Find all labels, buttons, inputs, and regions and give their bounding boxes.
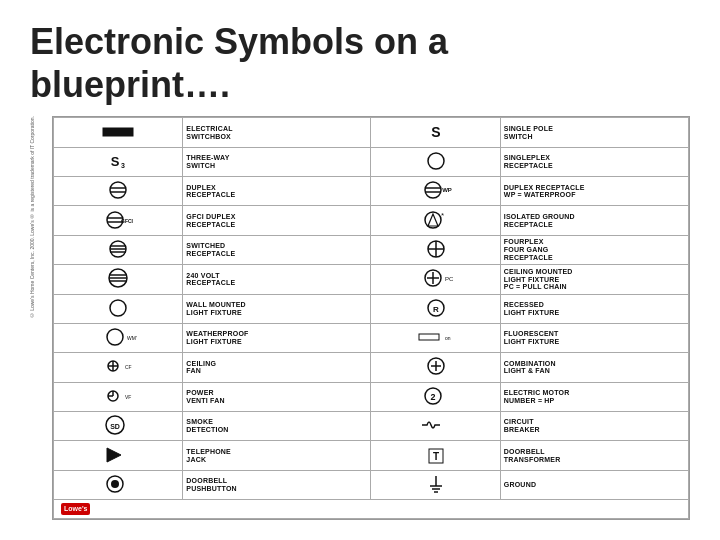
svg-text:R: R [433,305,439,314]
svg-text:on: on [445,335,451,341]
table-row: SWITCHED RECEPTACLEFOURPLEX FOUR GANG RE… [54,235,689,264]
symbols-table: ELECTRICAL SWITCHBOXSSINGLE POLE SWITCHS… [53,117,689,519]
table-row: DOORBELL PUSHBUTTONGROUND [54,470,689,499]
svg-text:CF: CF [125,364,132,370]
right-symbol-7: on [371,323,500,352]
table-row: WM'WEATHERPROOF LIGHT FIXTUREonFLUORESCE… [54,323,689,352]
table-row: DUPLEX RECEPTACLEWPDUPLEX RECEPTACLE WP … [54,177,689,206]
svg-marker-18 [428,214,438,226]
right-label-1: SINGLEPLEX RECEPTACLE [500,147,688,176]
left-symbol-6 [54,294,183,323]
right-label-9: ELECTRIC MOTOR NUMBER = HP [500,382,688,411]
left-symbol-5 [54,265,183,294]
title-text: Electronic Symbols on a blueprint…. [30,20,690,106]
lowes-logo-cell: Lowe's [54,500,689,519]
right-symbol-11: T [371,441,500,470]
left-symbol-0 [54,118,183,147]
right-symbol-8 [371,353,500,382]
right-label-7: FLUORESCENT LIGHT FIXTURE [500,323,688,352]
left-label-2: DUPLEX RECEPTACLE [183,177,371,206]
svg-text:VF: VF [125,394,131,400]
table-row: SDSMOKE DETECTIONCIRCUIT BREAKER [54,411,689,440]
left-label-5: 240 VOLT RECEPTACLE [183,265,371,294]
right-label-0: SINGLE POLE SWITCH [500,118,688,147]
svg-rect-39 [419,334,439,340]
right-symbol-10 [371,411,500,440]
right-symbol-9: 2 [371,382,500,411]
left-label-11: TELEPHONE JACK [183,441,371,470]
svg-text:WM': WM' [127,335,137,341]
left-label-3: GFCI DUPLEX RECEPTACLE [183,206,371,235]
right-symbol-1 [371,147,500,176]
left-symbol-12 [54,470,183,499]
right-symbol-3: * [371,206,500,235]
right-symbol-12 [371,470,500,499]
copyright-text: © Lowe's Home Centers, Inc. 2000. Lowe's… [30,116,35,318]
left-symbol-7: WM' [54,323,183,352]
right-label-10: CIRCUIT BREAKER [500,411,688,440]
right-label-8: COMBINATION LIGHT & FAN [500,353,688,382]
svg-text:*: * [441,211,444,220]
right-label-5: CEILING MOUNTED LIGHT FIXTURE PC = PULL … [500,265,688,294]
svg-marker-58 [107,448,121,462]
svg-point-8 [425,182,441,198]
table-row: S3THREE-WAY SWITCHSINGLEPLEX RECEPTACLE [54,147,689,176]
lowes-logo: Lowe's [61,503,90,515]
symbols-table-wrapper: ELECTRICAL SWITCHBOXSSINGLE POLE SWITCHS… [52,116,690,520]
svg-point-62 [111,480,119,488]
logo-row: Lowe's [54,500,689,519]
right-label-12: GROUND [500,470,688,499]
right-symbol-2: WP [371,177,500,206]
table-row: ELECTRICAL SWITCHBOXSSINGLE POLE SWITCH [54,118,689,147]
svg-text:T: T [433,451,439,462]
svg-text:GFCI: GFCI [121,218,134,224]
right-label-4: FOURPLEX FOUR GANG RECEPTACLE [500,235,688,264]
left-symbol-8: CF [54,353,183,382]
left-label-0: ELECTRICAL SWITCHBOX [183,118,371,147]
svg-text:S: S [431,124,440,140]
left-label-4: SWITCHED RECEPTACLE [183,235,371,264]
left-symbol-11 [54,441,183,470]
title-line2: blueprint…. [30,64,230,105]
left-symbol-1: S3 [54,147,183,176]
left-symbol-4 [54,235,183,264]
left-label-10: SMOKE DETECTION [183,411,371,440]
svg-text:S: S [111,154,120,169]
right-label-6: RECESSED LIGHT FIXTURE [500,294,688,323]
svg-text:PC: PC [445,276,454,282]
title-area: Electronic Symbols on a blueprint…. [30,20,690,106]
table-row: GFCIGFCI DUPLEX RECEPTACLE*ISOLATED GROU… [54,206,689,235]
table-row: CFCEILING FANCOMBINATION LIGHT & FAN [54,353,689,382]
svg-rect-0 [103,128,133,136]
svg-point-4 [428,153,444,169]
right-symbol-6: R [371,294,500,323]
left-label-6: WALL MOUNTED LIGHT FIXTURE [183,294,371,323]
svg-point-34 [110,300,126,316]
slide-container: Electronic Symbols on a blueprint…. © Lo… [0,0,720,540]
left-label-12: DOORBELL PUSHBUTTON [183,470,371,499]
left-label-7: WEATHERPROOF LIGHT FIXTURE [183,323,371,352]
svg-text:WP: WP [442,187,452,193]
svg-text:2: 2 [430,392,435,402]
title-line1: Electronic Symbols on a [30,21,448,62]
svg-text:SD: SD [110,423,120,430]
right-label-11: DOORBELL TRANSFORMER [500,441,688,470]
right-symbol-4 [371,235,500,264]
right-label-2: DUPLEX RECEPTACLE WP = WATERPROOF [500,177,688,206]
left-symbol-2 [54,177,183,206]
left-label-1: THREE-WAY SWITCH [183,147,371,176]
left-label-9: POWER VENTI FAN [183,382,371,411]
right-label-3: ISOLATED GROUND RECEPTACLE [500,206,688,235]
left-decoration: © Lowe's Home Centers, Inc. 2000. Lowe's… [30,116,44,520]
svg-text:3: 3 [121,162,125,169]
left-symbol-10: SD [54,411,183,440]
left-label-8: CEILING FAN [183,353,371,382]
table-row: 240 VOLT RECEPTACLEPCCEILING MOUNTED LIG… [54,265,689,294]
table-row: VFPOWER VENTI FAN2ELECTRIC MOTOR NUMBER … [54,382,689,411]
table-row: WALL MOUNTED LIGHT FIXTURERRECESSED LIGH… [54,294,689,323]
table-row: TELEPHONE JACKTDOORBELL TRANSFORMER [54,441,689,470]
svg-point-5 [110,182,126,198]
right-symbol-5: PC [371,265,500,294]
left-symbol-3: GFCI [54,206,183,235]
content-area: © Lowe's Home Centers, Inc. 2000. Lowe's… [30,116,690,520]
